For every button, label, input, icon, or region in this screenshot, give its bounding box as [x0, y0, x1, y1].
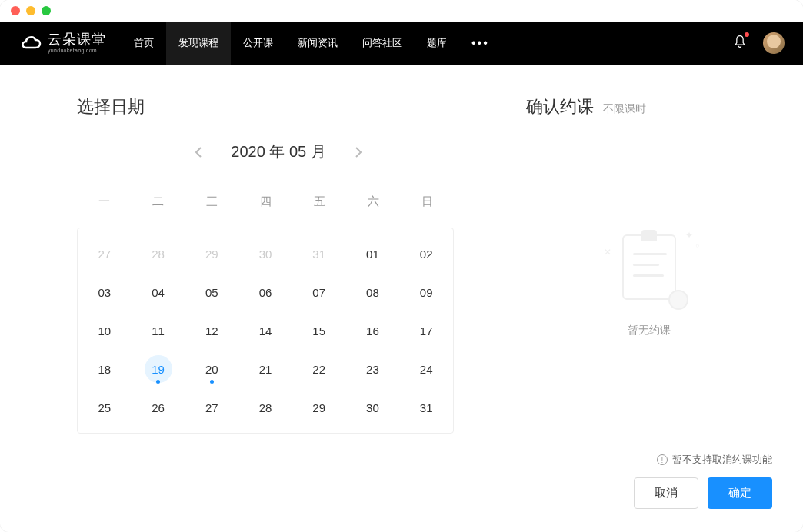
calendar-grid: 一二三四五六日 27282930310102030405060708091011…	[77, 185, 454, 434]
nav-items-container: 首页发现课程公开课新闻资讯问答社区题库	[122, 22, 459, 65]
weekday-header-row: 一二三四五六日	[77, 185, 454, 218]
day-number: 28	[152, 248, 165, 261]
day-number: 15	[312, 324, 325, 337]
calendar-day[interactable]: 31	[399, 388, 453, 427]
day-number: 03	[98, 286, 112, 299]
day-number: 27	[98, 248, 112, 261]
calendar-day[interactable]: 16	[346, 311, 400, 350]
calendar-day[interactable]: 11	[132, 311, 185, 350]
calendar-day[interactable]: 07	[292, 273, 346, 311]
app-logo[interactable]: 云朵课堂 yunduoketang.com	[18, 31, 106, 55]
day-number: 25	[98, 401, 112, 414]
minimize-window-button[interactable]	[26, 6, 35, 15]
top-navbar: 云朵课堂 yunduoketang.com 首页发现课程公开课新闻资讯问答社区题…	[0, 22, 803, 65]
calendar-day[interactable]: 21	[238, 350, 292, 388]
calendar-day[interactable]: 03	[78, 273, 132, 311]
user-avatar[interactable]	[763, 32, 785, 54]
main-content: 选择日期 2020 年 05 月 一二三四五六日 272829303101020…	[0, 65, 803, 532]
day-number: 16	[366, 324, 379, 337]
calendar-day[interactable]: 06	[238, 273, 292, 311]
calendar-day[interactable]: 15	[292, 311, 346, 350]
calendar-day[interactable]: 19	[132, 350, 185, 388]
nav-item-1[interactable]: 发现课程	[166, 22, 231, 65]
nav-more-button[interactable]: •••	[459, 36, 501, 50]
day-number: 09	[420, 286, 433, 299]
day-number: 20	[205, 363, 218, 376]
nav-item-2[interactable]: 公开课	[231, 22, 285, 65]
event-dot-indicator	[210, 380, 214, 384]
day-number: 31	[312, 248, 325, 261]
logo-sub-text: yunduoketang.com	[48, 48, 106, 54]
day-number: 11	[152, 324, 165, 337]
calendar-day[interactable]: 24	[399, 350, 453, 388]
day-number: 29	[205, 248, 218, 261]
calendar-day[interactable]: 30	[346, 388, 400, 427]
weekday-5: 六	[346, 185, 400, 218]
calendar-day: 31	[292, 234, 346, 273]
date-picker-panel: 选择日期 2020 年 05 月 一二三四五六日 272829303101020…	[0, 65, 526, 532]
calendar-day[interactable]: 22	[292, 350, 346, 388]
prev-month-button[interactable]	[189, 143, 208, 161]
calendar-day[interactable]: 02	[399, 234, 453, 273]
weekday-0: 一	[77, 185, 131, 218]
day-number: 14	[259, 324, 272, 337]
cloud-logo-icon	[18, 31, 43, 55]
maximize-window-button[interactable]	[42, 6, 51, 15]
calendar-day[interactable]: 14	[238, 311, 292, 350]
nav-item-4[interactable]: 问答社区	[350, 22, 415, 65]
calendar-day[interactable]: 27	[185, 388, 238, 427]
cancel-button[interactable]: 取消	[634, 477, 698, 509]
warning-text: 暂不支持取消约课功能	[672, 453, 772, 467]
calendar-day[interactable]: 08	[346, 273, 400, 311]
day-number: 26	[152, 401, 165, 414]
day-number: 12	[205, 324, 218, 337]
calendar-day[interactable]: 28	[238, 388, 292, 427]
day-number: 01	[366, 248, 379, 261]
day-number: 17	[420, 324, 433, 337]
day-number: 31	[420, 401, 433, 414]
calendar-day[interactable]: 29	[292, 388, 346, 427]
calendar-day[interactable]: 17	[399, 311, 453, 350]
calendar-day[interactable]: 09	[399, 273, 453, 311]
day-number: 05	[205, 286, 218, 299]
calendar-day[interactable]: 05	[185, 273, 238, 311]
calendar-day: 27	[78, 234, 132, 273]
chevron-right-icon	[355, 146, 362, 158]
day-number: 21	[259, 363, 272, 376]
calendar-day: 28	[132, 234, 185, 273]
weekday-3: 四	[238, 185, 292, 218]
date-picker-title: 选择日期	[77, 95, 480, 118]
day-number: 06	[259, 286, 272, 299]
nav-item-5[interactable]: 题库	[415, 22, 459, 65]
calendar-day[interactable]: 04	[132, 273, 185, 311]
calendar-day[interactable]: 12	[185, 311, 238, 350]
weekday-6: 日	[400, 185, 454, 218]
confirm-button[interactable]: 确定	[708, 477, 772, 509]
calendar-day[interactable]: 18	[78, 350, 132, 388]
day-number: 22	[312, 363, 325, 376]
day-number: 30	[259, 248, 272, 261]
day-number: 23	[366, 363, 379, 376]
logo-main-text: 云朵课堂	[48, 32, 106, 48]
info-icon: !	[657, 454, 668, 465]
close-window-button[interactable]	[11, 6, 20, 15]
calendar-day[interactable]: 23	[346, 350, 400, 388]
day-number: 10	[98, 324, 112, 337]
notifications-button[interactable]	[732, 34, 748, 52]
days-container: 2728293031010203040506070809101112141516…	[77, 228, 454, 434]
calendar-day[interactable]: 20	[185, 350, 238, 388]
window-titlebar	[0, 0, 803, 22]
calendar-day[interactable]: 10	[78, 311, 132, 350]
weekday-2: 三	[185, 185, 238, 218]
empty-booking-state: ✕ ✦ ○ 暂无约课	[526, 111, 772, 453]
calendar-day[interactable]: 25	[78, 388, 132, 427]
calendar-day[interactable]: 01	[346, 234, 400, 273]
calendar-day[interactable]: 26	[132, 388, 185, 427]
app-window: 云朵课堂 yunduoketang.com 首页发现课程公开课新闻资讯问答社区题…	[0, 0, 803, 532]
calendar-day: 30	[238, 234, 292, 273]
month-selector: 2020 年 05 月	[77, 141, 480, 162]
nav-item-3[interactable]: 新闻资讯	[285, 22, 350, 65]
day-number: 02	[420, 248, 433, 261]
next-month-button[interactable]	[349, 143, 368, 161]
nav-item-0[interactable]: 首页	[122, 22, 166, 65]
